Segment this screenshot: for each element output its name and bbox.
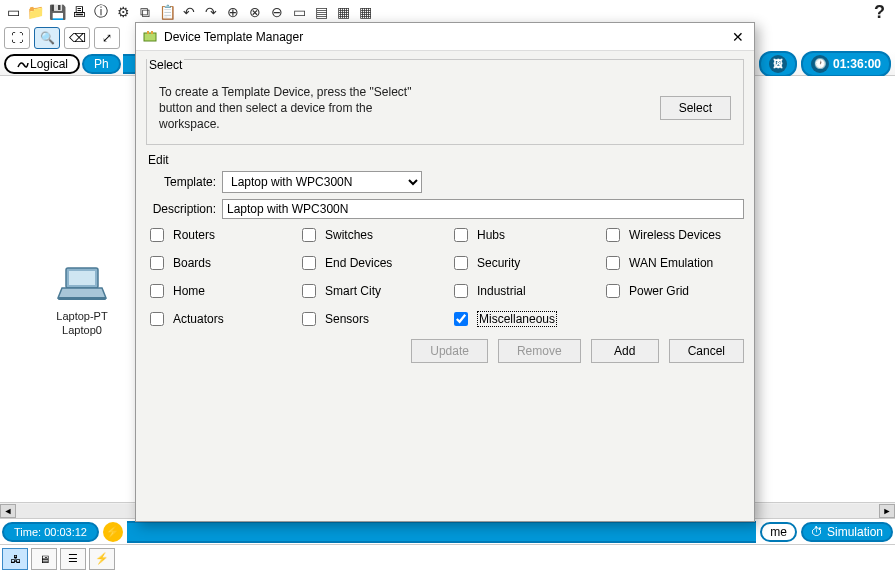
checkbox[interactable] — [302, 228, 316, 242]
checkbox[interactable] — [606, 284, 620, 298]
dialog-title: Device Template Manager — [164, 30, 303, 44]
select-legend: Select — [147, 58, 184, 72]
svg-rect-3 — [144, 33, 156, 41]
cat-components-icon[interactable]: ☰ — [60, 548, 86, 570]
check-label: Sensors — [325, 312, 369, 326]
check-wan-emulation[interactable]: WAN Emulation — [602, 253, 744, 273]
check-switches[interactable]: Switches — [298, 225, 440, 245]
device-label: Laptop-PT Laptop0 — [42, 309, 122, 337]
resize-tool-icon[interactable]: ⤢ — [94, 27, 120, 49]
checkbox[interactable] — [454, 312, 468, 326]
check-miscellaneous[interactable]: Miscellaneous — [450, 309, 592, 329]
checkbox[interactable] — [606, 228, 620, 242]
check-label: End Devices — [325, 256, 392, 270]
checkbox[interactable] — [454, 284, 468, 298]
settings-icon[interactable]: ⚙ — [114, 3, 132, 21]
check-label: Industrial — [477, 284, 526, 298]
checkbox[interactable] — [606, 256, 620, 270]
check-boards[interactable]: Boards — [146, 253, 288, 273]
new-file-icon[interactable]: ▭ — [4, 3, 22, 21]
check-smart-city[interactable]: Smart City — [298, 281, 440, 301]
check-security[interactable]: Security — [450, 253, 592, 273]
tool-b-icon[interactable]: ▤ — [312, 3, 330, 21]
svg-rect-5 — [151, 31, 153, 34]
tab-simulation[interactable]: ⏱ Simulation — [801, 522, 893, 542]
check-label: Miscellaneous — [477, 311, 557, 327]
check-label: Hubs — [477, 228, 505, 242]
checkbox[interactable] — [302, 284, 316, 298]
close-icon[interactable]: ✕ — [728, 27, 748, 47]
checkbox[interactable] — [302, 312, 316, 326]
clock-pill[interactable]: 🕐 01:36:00 — [801, 51, 891, 77]
check-sensors[interactable]: Sensors — [298, 309, 440, 329]
check-hubs[interactable]: Hubs — [450, 225, 592, 245]
inspect-tool-icon[interactable]: 🔍 — [34, 27, 60, 49]
add-button[interactable]: Add — [591, 339, 659, 363]
tool-d-icon[interactable]: ▦ — [356, 3, 374, 21]
copy-icon[interactable]: ⧉ — [136, 3, 154, 21]
device-laptop0[interactable]: Laptop-PT Laptop0 — [42, 266, 122, 337]
checkbox[interactable] — [454, 228, 468, 242]
power-cycle-icon[interactable]: ⚡ — [103, 522, 123, 542]
device-categories: 🖧 🖥 ☰ ⚡ — [0, 544, 895, 572]
check-industrial[interactable]: Industrial — [450, 281, 592, 301]
update-button[interactable]: Update — [411, 339, 488, 363]
svg-rect-1 — [69, 271, 95, 285]
save-icon[interactable]: 💾 — [48, 3, 66, 21]
delete-tool-icon[interactable]: ⌫ — [64, 27, 90, 49]
checkbox[interactable] — [150, 256, 164, 270]
logical-icon — [16, 57, 30, 71]
description-input[interactable] — [222, 199, 744, 219]
scroll-right-icon[interactable]: ► — [879, 504, 895, 518]
tab-physical[interactable]: Ph — [82, 54, 121, 74]
cat-networking-icon[interactable]: 🖧 — [2, 548, 28, 570]
nav-back-pill[interactable]: 🖼 — [759, 51, 797, 77]
select-tool-icon[interactable]: ⛶ — [4, 27, 30, 49]
check-label: Security — [477, 256, 520, 270]
help-icon[interactable]: ? — [874, 2, 891, 23]
cat-end-devices-icon[interactable]: 🖥 — [31, 548, 57, 570]
cat-connections-icon[interactable]: ⚡ — [89, 548, 115, 570]
cancel-button[interactable]: Cancel — [669, 339, 744, 363]
checkbox[interactable] — [150, 284, 164, 298]
checkbox[interactable] — [150, 228, 164, 242]
select-button[interactable]: Select — [660, 96, 731, 120]
print-icon[interactable]: 🖶 — [70, 3, 88, 21]
check-label: Routers — [173, 228, 215, 242]
open-folder-icon[interactable]: 📁 — [26, 3, 44, 21]
zoom-out-icon[interactable]: ⊖ — [268, 3, 286, 21]
checkbox[interactable] — [150, 312, 164, 326]
tab-logical-label: Logical — [30, 57, 68, 71]
check-routers[interactable]: Routers — [146, 225, 288, 245]
check-home[interactable]: Home — [146, 281, 288, 301]
tool-c-icon[interactable]: ▦ — [334, 3, 352, 21]
info-icon[interactable]: ⓘ — [92, 3, 110, 21]
checkbox[interactable] — [302, 256, 316, 270]
stopwatch-icon: ⏱ — [811, 525, 823, 539]
check-wireless-devices[interactable]: Wireless Devices — [602, 225, 744, 245]
check-power-grid[interactable]: Power Grid — [602, 281, 744, 301]
check-actuators[interactable]: Actuators — [146, 309, 288, 329]
checkbox[interactable] — [454, 256, 468, 270]
template-select[interactable]: Laptop with WPC300N — [222, 171, 422, 193]
check-label: Smart City — [325, 284, 381, 298]
dialog-app-icon — [142, 29, 158, 45]
check-end-devices[interactable]: End Devices — [298, 253, 440, 273]
tab-realtime[interactable]: me — [760, 522, 797, 542]
paste-icon[interactable]: 📋 — [158, 3, 176, 21]
select-instructions: To create a Template Device, press the "… — [159, 84, 419, 132]
dialog-titlebar: Device Template Manager ✕ — [136, 23, 754, 51]
svg-rect-2 — [58, 297, 106, 300]
redo-icon[interactable]: ↷ — [202, 3, 220, 21]
zoom-reset-icon[interactable]: ⊗ — [246, 3, 264, 21]
tool-a-icon[interactable]: ▭ — [290, 3, 308, 21]
description-label: Description: — [146, 202, 216, 216]
remove-button[interactable]: Remove — [498, 339, 581, 363]
scroll-left-icon[interactable]: ◄ — [0, 504, 16, 518]
sim-time: Time: 00:03:12 — [2, 522, 99, 542]
zoom-in-icon[interactable]: ⊕ — [224, 3, 242, 21]
edit-groupbox: Edit Template: Laptop with WPC300N Descr… — [146, 153, 744, 363]
tab-physical-label: Ph — [94, 57, 109, 71]
undo-icon[interactable]: ↶ — [180, 3, 198, 21]
tab-logical[interactable]: Logical — [4, 54, 80, 74]
